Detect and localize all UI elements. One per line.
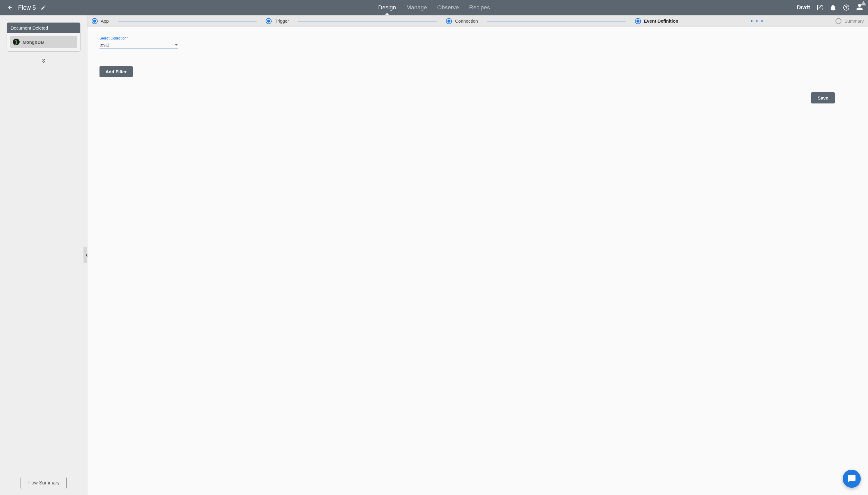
tab-observe[interactable]: Observe (437, 0, 459, 15)
step-radio-icon (446, 18, 452, 24)
step-connector (298, 21, 437, 21)
step-trigger[interactable]: Trigger (266, 18, 289, 24)
notifications-icon[interactable] (829, 4, 837, 11)
flow-summary-button[interactable]: Flow Summary (20, 477, 67, 489)
sidebar: Document Deleted ❱ MongoDB Flow Summary (0, 15, 87, 495)
select-collection-field: Select Collection* test1 (100, 36, 178, 49)
topbar-right: Draft (797, 3, 863, 12)
save-button[interactable]: Save (811, 92, 835, 103)
step-connection-label: Connection (455, 18, 478, 23)
step-radio-icon (835, 18, 842, 24)
chat-bubble-icon (847, 474, 856, 483)
step-radio-icon (92, 18, 98, 24)
flow-title: Flow 5 (18, 4, 36, 11)
back-arrow-icon[interactable] (7, 4, 13, 11)
trigger-card-body: ❱ MongoDB (7, 33, 80, 51)
select-collection-dropdown[interactable]: test1 (100, 40, 178, 49)
step-event-definition[interactable]: Event Definition (635, 18, 678, 24)
tab-recipes[interactable]: Recipes (468, 0, 491, 15)
step-app-label: App (101, 18, 109, 23)
step-connector (118, 21, 257, 21)
trigger-app-name: MongoDB (23, 39, 44, 45)
help-icon[interactable] (843, 4, 850, 11)
user-menu[interactable] (856, 3, 863, 12)
save-row: Save (87, 86, 868, 103)
step-app[interactable]: App (92, 18, 109, 24)
chat-fab[interactable] (843, 470, 861, 488)
topbar-tabs: Design Manage Observe Recipes (377, 0, 490, 15)
step-summary[interactable]: Summary (835, 18, 864, 24)
required-asterisk: * (127, 36, 128, 40)
alert-badge-icon (861, 1, 866, 5)
top-bar: Flow 5 Design Manage Observe Recipes Dra… (0, 0, 868, 15)
step-connector-dotted (687, 20, 827, 22)
step-trigger-label: Trigger (274, 18, 289, 23)
step-event-definition-label: Event Definition (644, 18, 678, 23)
select-collection-label: Select Collection* (100, 36, 178, 40)
event-definition-form: Select Collection* test1 Add Filter (87, 27, 868, 86)
step-connection[interactable]: Connection (446, 18, 478, 24)
chevrons-down-icon (41, 58, 47, 64)
step-radio-icon (266, 18, 272, 24)
trigger-card[interactable]: Document Deleted ❱ MongoDB (7, 22, 81, 52)
tab-design[interactable]: Design (377, 0, 396, 15)
caret-down-icon (175, 44, 178, 46)
trigger-app-chip[interactable]: ❱ MongoDB (10, 36, 77, 48)
main-panel: App Trigger Connection Event Definition (87, 15, 868, 495)
external-link-icon[interactable] (816, 4, 823, 11)
step-radio-icon (635, 18, 641, 24)
edit-pencil-icon[interactable] (41, 5, 46, 10)
flow-status: Draft (797, 4, 810, 11)
step-summary-label: Summary (845, 18, 864, 23)
step-connector (487, 21, 626, 21)
select-collection-value: test1 (100, 42, 109, 47)
stepper: App Trigger Connection Event Definition (87, 15, 868, 27)
mongodb-icon: ❱ (13, 39, 20, 45)
tab-manage[interactable]: Manage (406, 0, 428, 15)
trigger-card-title: Document Deleted (7, 23, 80, 33)
expand-all-button[interactable] (41, 58, 47, 66)
add-filter-button[interactable]: Add Filter (100, 66, 132, 77)
body: Document Deleted ❱ MongoDB Flow Summary (0, 15, 868, 495)
select-collection-label-text: Select Collection (100, 36, 126, 40)
topbar-left: Flow 5 (7, 4, 46, 11)
